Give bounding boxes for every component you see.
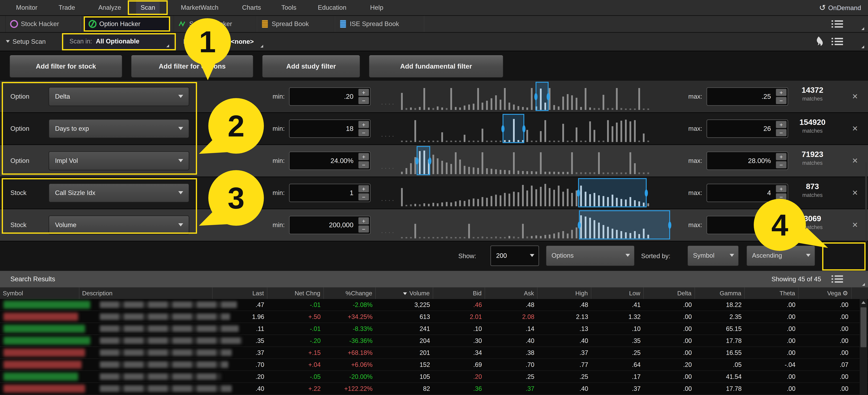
menu-item-analyze[interactable]: Analyze	[98, 0, 121, 15]
table-row[interactable]: .40+.22+122.22%82.36.37.40.37.0017.78.00…	[0, 383, 868, 395]
column-header-bid[interactable]: Bid	[433, 287, 485, 299]
min-input[interactable]: 200,000+−	[289, 216, 371, 234]
range-selection[interactable]	[416, 146, 430, 175]
increment-button[interactable]: +	[358, 89, 369, 96]
tab-stock-hacker[interactable]: Stock Hacker	[5, 16, 81, 32]
range-handle-left[interactable]	[577, 189, 580, 197]
remove-filter-button[interactable]: ✕	[849, 113, 861, 145]
max-input[interactable]: 28.00%+−	[707, 152, 788, 170]
range-selection[interactable]	[578, 178, 647, 207]
menu-item-charts[interactable]: Charts	[242, 0, 261, 15]
increment-button[interactable]: +	[358, 185, 369, 192]
min-input[interactable]: 24.00%+−	[289, 152, 371, 170]
stepper[interactable]: +−	[358, 89, 369, 104]
menu-item-help[interactable]: Help	[370, 0, 383, 15]
column-header-volume[interactable]: Volume	[376, 287, 433, 299]
column-header-delta[interactable]: Delta	[644, 287, 695, 299]
show-count-select[interactable]: 200	[490, 245, 539, 266]
tab-option-hacker[interactable]: Option Hacker	[84, 16, 171, 32]
stepper[interactable]: +−	[776, 153, 786, 169]
flame-icon[interactable]	[814, 36, 823, 48]
decrement-button[interactable]: −	[776, 193, 786, 201]
menu-item-education[interactable]: Education	[318, 0, 346, 15]
max-input[interactable]: 4+−	[707, 184, 788, 202]
min-input[interactable]: 18+−	[289, 119, 371, 138]
decrement-button[interactable]: −	[358, 129, 369, 136]
range-selection[interactable]	[579, 210, 670, 239]
table-row[interactable]: .35-.20-36.36%204.30.40.40.35.0017.78.00…	[0, 335, 868, 347]
add-filter-for-stock-button[interactable]: Add filter for stock	[9, 55, 122, 78]
column-header-low[interactable]: Low	[591, 287, 644, 299]
tab-spread-book[interactable]: Spread Book	[256, 16, 335, 32]
range-handle-right[interactable]	[668, 221, 671, 229]
add-fundamental-filter-button[interactable]: Add fundamental filter	[369, 55, 503, 78]
remove-filter-button[interactable]: ✕	[849, 145, 861, 177]
decrement-button[interactable]: −	[776, 129, 786, 136]
menu-item-trade[interactable]: Trade	[59, 0, 75, 15]
increment-button[interactable]: +	[776, 121, 786, 128]
column-header-theta[interactable]: Theta	[745, 287, 799, 299]
results-scrollbar[interactable]	[860, 299, 867, 395]
max-input[interactable]: .25+−	[707, 87, 788, 106]
decrement-button[interactable]: −	[776, 161, 786, 169]
increment-button[interactable]: +	[358, 217, 369, 224]
add-filter-for-options-button[interactable]: Add filter for options	[131, 55, 253, 78]
column-header-description[interactable]: Description	[79, 287, 213, 299]
ondemand-button[interactable]: ↺OnDemand	[819, 0, 861, 15]
table-row[interactable]: 1.96+.50+34.25%6132.012.082.131.32.002.3…	[0, 311, 868, 323]
stepper[interactable]: +−	[358, 185, 369, 201]
range-handle-left[interactable]	[415, 157, 418, 164]
max-input[interactable]	[707, 216, 788, 234]
increment-button[interactable]: +	[776, 185, 786, 192]
remove-filter-button[interactable]: ✕	[849, 209, 861, 241]
column-header-pctchange[interactable]: %Change	[324, 287, 376, 299]
column-header-vega[interactable]: Vega⚙	[799, 287, 851, 299]
column-header-ask[interactable]: Ask	[485, 287, 537, 299]
table-row[interactable]: .70+.04+6.06%152.69.70.77.64.20.05-.04.0…	[0, 359, 868, 371]
add-study-filter-button[interactable]: Add study filter	[262, 55, 360, 78]
column-header-symbol[interactable]: Symbol	[0, 287, 79, 299]
tab-ise-spread-book[interactable]: ISE Spread Book	[334, 16, 424, 32]
column-header-net chng[interactable]: Net Chng	[267, 287, 324, 299]
range-handle-left[interactable]	[534, 93, 537, 100]
sort-field-select[interactable]: Symbol	[687, 245, 739, 266]
result-type-select[interactable]: Options	[546, 245, 634, 266]
table-row[interactable]: .11-.01-8.33%241.10.14.13.10.0065.15.00.…	[0, 323, 868, 335]
stepper[interactable]: +−	[776, 89, 786, 104]
scan-in-dropdown[interactable]: Scan in: All Optionable	[65, 34, 173, 49]
increment-button[interactable]: +	[358, 121, 369, 128]
resize-corner-icon[interactable]	[862, 283, 865, 286]
column-header-high[interactable]: High	[537, 287, 591, 299]
menu-item-monitor[interactable]: Monitor	[16, 0, 37, 15]
table-row[interactable]: .47-.01-2.08%3,225.46.48.48.41.0018.22.0…	[0, 299, 868, 311]
stepper[interactable]: +−	[776, 185, 786, 201]
remove-filter-button[interactable]: ✕	[849, 81, 861, 112]
menu-item-tools[interactable]: Tools	[281, 0, 296, 15]
table-row[interactable]: .20-.05-20.00%105.20.25.25.17.0041.54.00…	[0, 371, 868, 383]
resize-corner-icon[interactable]	[861, 45, 864, 48]
min-input[interactable]: .20+−	[289, 87, 371, 106]
column-header-gamma[interactable]: Gamma	[695, 287, 745, 299]
max-input[interactable]: 26+−	[707, 119, 788, 138]
gear-icon[interactable]: ⚙	[842, 290, 848, 297]
range-handle-right[interactable]	[547, 93, 550, 100]
increment-button[interactable]: +	[776, 89, 786, 96]
range-handle-right[interactable]	[428, 157, 431, 164]
stepper[interactable]: +−	[358, 217, 369, 233]
range-handle-left[interactable]	[501, 125, 504, 132]
increment-button[interactable]: +	[776, 153, 786, 160]
decrement-button[interactable]: −	[358, 225, 369, 233]
decrement-button[interactable]: −	[358, 97, 369, 104]
menu-item-scan[interactable]: Scan	[136, 0, 160, 15]
scroll-up-icon[interactable]	[861, 301, 866, 304]
resize-corner-icon[interactable]	[861, 27, 864, 30]
decrement-button[interactable]: −	[776, 97, 786, 104]
decrement-button[interactable]: −	[358, 161, 369, 169]
results-menu-icon[interactable]	[832, 275, 843, 284]
stepper[interactable]: +−	[776, 121, 786, 136]
decrement-button[interactable]: −	[358, 193, 369, 201]
range-handle-right[interactable]	[645, 189, 648, 197]
sort-direction-select[interactable]: Ascending	[746, 245, 815, 266]
min-input[interactable]: 1+−	[289, 184, 371, 202]
setup-scan-toggle[interactable]: Setup Scan	[6, 33, 45, 51]
